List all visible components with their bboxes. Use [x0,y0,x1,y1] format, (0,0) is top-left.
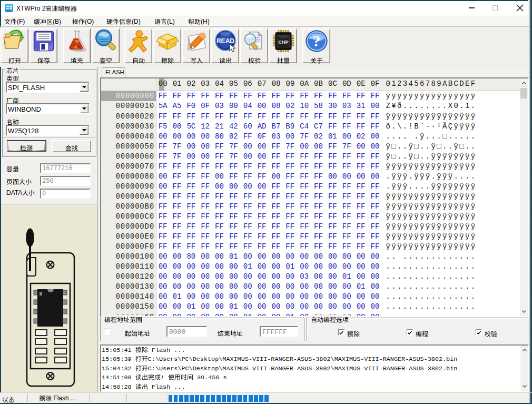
svg-text:?: ? [313,32,321,50]
svg-text:CHP: CHP [278,40,288,45]
svg-text:READ: READ [216,37,234,45]
